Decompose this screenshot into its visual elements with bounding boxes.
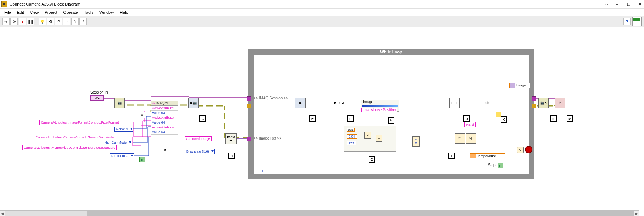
menu-tools[interactable]: Tools [82, 10, 96, 14]
image-ref-tunnel-label: >> Image Ref >> [254, 136, 281, 140]
error-tunnel-in [247, 104, 251, 108]
open-camera-vi[interactable]: 📷 [114, 98, 125, 108]
configure-grab-vi[interactable]: ▶📷 [188, 98, 199, 108]
toolbar: ⇨ ⟳ ● ❚❚ 💡 ⚙ ⚲ ⇥ ⤵ ⤴ ? [0, 16, 644, 27]
tag-m: M [567, 115, 573, 122]
error-tunnel-out [532, 104, 536, 108]
context-help-button[interactable]: ? [623, 18, 631, 25]
close-camera-vi[interactable]: 📷✕ [538, 98, 549, 108]
menu-window[interactable]: Window [97, 10, 116, 14]
tag-d: D [228, 153, 235, 159]
last-mouse-label: Last Mouse Position [361, 108, 397, 112]
title-bar: Connect Camera A35.vi Block Diagram ↔ – … [0, 0, 644, 9]
pixelformat-constant[interactable]: CameraAttributes::ImageFormatControl::Pi… [39, 120, 120, 125]
tag-e: E [309, 115, 316, 122]
tag-a: A [139, 112, 145, 118]
step-over-button[interactable]: ⤵ [71, 18, 79, 25]
session-in-control[interactable]: I/O▸ [90, 95, 104, 101]
const-273[interactable]: 273 [347, 141, 356, 145]
image-indicator-cluster: Image Last Mouse Position [361, 100, 399, 112]
iteration-terminal: i [260, 168, 265, 174]
menu-view[interactable]: View [28, 10, 41, 14]
to-string-vi[interactable]: ⬚→ [449, 98, 460, 108]
gainmode-constant[interactable]: CameraAttributes::CameraControl::SensorG… [34, 135, 115, 140]
image-indicator[interactable]: Image [509, 83, 530, 88]
dbl-type-label: DBL [347, 128, 355, 132]
highlight-button[interactable]: 💡 [39, 18, 46, 25]
true-constant[interactable]: TF [139, 157, 145, 162]
imageref-tunnel-in [247, 137, 251, 141]
grayscale-enum[interactable]: Grayscale (I16) [185, 149, 215, 154]
pause-button[interactable]: ❚❚ [27, 18, 34, 25]
loop-condition-stop[interactable] [525, 146, 532, 153]
imaqdx-property-node[interactable]: ⇨ IMAQdx ActiveAttribute ValueI64 Active… [151, 101, 178, 135]
menu-help[interactable]: Help [118, 10, 131, 14]
block-diagram-canvas[interactable]: Session In I/O▸ 📷 ⇨ IMAQdx ActiveAttribu… [0, 27, 644, 205]
getpixel-vi[interactable]: ⬚ [455, 133, 465, 144]
format-into-string-vi[interactable]: abc [482, 98, 493, 108]
tag-c: C [199, 115, 206, 122]
run-continuously-button[interactable]: ⟳ [10, 18, 18, 25]
format-string[interactable]: %3.2f [464, 122, 476, 127]
session-tunnel-in [247, 96, 251, 101]
window-title: Connect Camera A35.vi Block Diagram [10, 2, 80, 6]
menu-bar: File Edit View Project Operate Tools Win… [0, 9, 644, 16]
while-loop[interactable]: While Loop [248, 49, 534, 179]
imaq-session-tunnel-label: >> IMAQ Session >> [254, 96, 288, 100]
tag-g: G [369, 156, 375, 163]
step-into-button[interactable]: ⇥ [63, 18, 70, 25]
session-tunnel-out [532, 96, 536, 101]
tag-b: B [162, 147, 168, 153]
step-out-button[interactable]: ⤴ [79, 18, 87, 25]
minimize-button[interactable]: – [616, 2, 620, 6]
menu-file[interactable]: File [2, 10, 13, 14]
retain-button[interactable]: ⚙ [47, 18, 54, 25]
menu-project[interactable]: Project [42, 10, 59, 14]
close-button[interactable]: ✕ [638, 2, 643, 6]
window-buttons: ↔ – ☐ ✕ [605, 0, 643, 8]
multiply-node[interactable]: × [364, 132, 371, 139]
resize-icon[interactable]: ↔ [605, 2, 609, 6]
app-icon [1, 1, 7, 7]
run-button[interactable]: ⇨ [2, 18, 10, 25]
image-label: Image [363, 100, 373, 104]
probe-button[interactable]: ⚲ [55, 18, 62, 25]
highgain-enum[interactable]: HighGainMode [103, 140, 132, 145]
format-value-vi[interactable]: % [466, 133, 476, 144]
vi-icon[interactable] [632, 17, 642, 26]
stop-control[interactable]: TF [498, 163, 503, 168]
abort-button[interactable]: ● [19, 18, 26, 25]
captured-image-constant[interactable]: Captured Image [185, 136, 212, 141]
math-cluster: DBL 0.04 273 × − [344, 126, 396, 152]
menu-operate[interactable]: Operate [61, 10, 80, 14]
temperature-indicator[interactable]: Temperature [470, 153, 505, 158]
maximize-button[interactable]: ☐ [627, 2, 631, 6]
grab-vi[interactable]: ▶ [295, 98, 306, 108]
image-extract-vi[interactable]: ◩→◪ [334, 98, 344, 108]
tag-k: K [501, 116, 507, 123]
menu-edit[interactable]: Edit [15, 10, 26, 14]
tag-h: H [388, 117, 394, 124]
error-handler-vi[interactable]: ⚠ [555, 98, 565, 108]
tag-j: J [463, 115, 470, 122]
or-node[interactable]: ∨ [517, 147, 524, 153]
imaq-create-vi[interactable]: IMAQ ✦ [225, 133, 237, 144]
unbundle-xy[interactable]: Y X [412, 136, 420, 147]
tag-l: L [550, 115, 557, 122]
session-in-label: Session In [90, 90, 108, 94]
videostd-constant[interactable]: CameraAttributes::Mono8VideoControl::Sen… [22, 145, 117, 150]
subtract-node[interactable]: − [376, 135, 382, 142]
while-loop-label: While Loop [254, 49, 529, 55]
ntsc-enum[interactable]: NTSC60HZ [110, 153, 134, 158]
tag-i: I [448, 153, 455, 159]
mono14-enum[interactable]: Mono14 [114, 127, 133, 132]
const-004[interactable]: 0.04 [347, 134, 357, 139]
stop-label: Stop [488, 163, 496, 167]
tag-f: F [347, 115, 354, 122]
